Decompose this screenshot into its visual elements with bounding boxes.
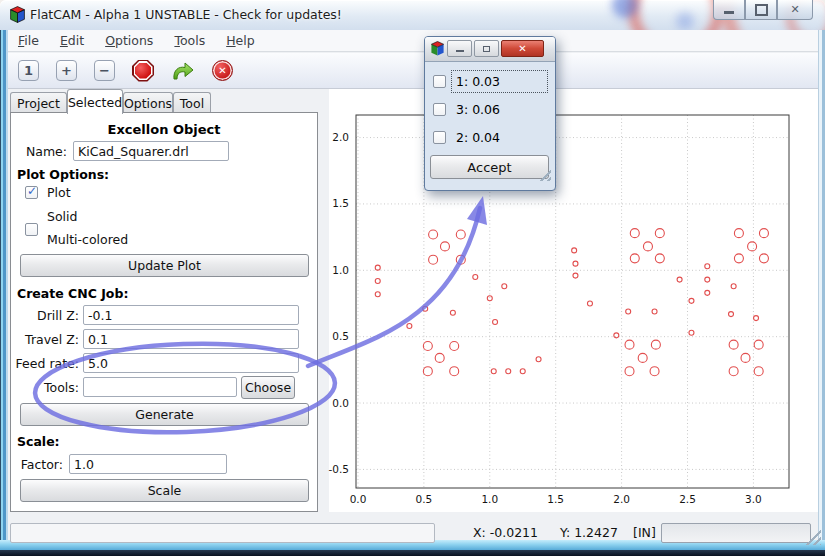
- name-label: Name:: [11, 144, 67, 159]
- window-border-right: [818, 30, 825, 541]
- zoom-fit-icon: 1: [24, 63, 33, 78]
- redo-arrow-icon: [174, 63, 193, 79]
- generate-button[interactable]: Generate: [20, 403, 309, 426]
- name-field[interactable]: [73, 141, 229, 161]
- solid-checkbox-label: Solid: [47, 209, 77, 224]
- dialog-minimize-icon: [456, 50, 464, 52]
- accept-button[interactable]: Accept: [430, 155, 549, 179]
- flatcam-app-icon: [9, 6, 26, 23]
- status-x-coordinate: X: -0.0211: [473, 525, 538, 540]
- menu-help[interactable]: Help: [226, 33, 255, 48]
- tool-select-dialog: ✕ 1: 0.03 3: 0.06 2: 0.04 Accept: [424, 36, 556, 191]
- dialog-close-icon: ✕: [518, 43, 526, 54]
- close-icon: ✕: [790, 3, 799, 16]
- status-y-coordinate: Y: 1.2427: [560, 525, 618, 540]
- factor-label: Factor:: [11, 457, 63, 472]
- zoom-out-icon: −: [99, 63, 110, 78]
- travel-z-label: Travel Z:: [11, 332, 79, 347]
- plot-checkbox[interactable]: [25, 186, 38, 199]
- tool-3-checkbox[interactable]: [433, 103, 446, 116]
- close-button[interactable]: ✕: [777, 0, 813, 20]
- dialog-minimize-button[interactable]: [447, 40, 472, 57]
- dialog-title-bar[interactable]: ✕: [425, 37, 555, 62]
- choose-button[interactable]: Choose: [241, 376, 295, 399]
- tab-project-label: Project: [17, 96, 60, 111]
- tool-3-label: 3: 0.06: [456, 102, 500, 117]
- factor-field[interactable]: [69, 454, 227, 474]
- window-title: FlatCAM - Alpha 1 UNSTABLE - Check for u…: [30, 7, 342, 22]
- update-plot-button[interactable]: Update Plot: [20, 254, 309, 277]
- toolbar: 1 + − ✕: [8, 53, 818, 89]
- progress-bar: [661, 523, 811, 543]
- window-controls: ✕: [713, 0, 813, 20]
- minimize-button[interactable]: [713, 0, 745, 20]
- maximize-button[interactable]: [745, 0, 777, 20]
- drill-z-field[interactable]: [83, 305, 299, 325]
- tools-field[interactable]: [83, 377, 237, 397]
- tool-1-checkbox[interactable]: [433, 75, 446, 88]
- delete-x-icon: ✕: [218, 65, 226, 76]
- title-bar: FlatCAM - Alpha 1 UNSTABLE - Check for u…: [0, 0, 825, 31]
- menu-edit[interactable]: Edit: [60, 33, 84, 48]
- plot-checkbox-label: Plot: [47, 185, 71, 200]
- zoom-out-button[interactable]: −: [94, 60, 115, 81]
- tool-2-checkbox[interactable]: [433, 131, 446, 144]
- wallpaper-blue-blob: [676, 12, 694, 30]
- taskbar-edge: [0, 550, 825, 556]
- status-units: [IN]: [633, 525, 656, 540]
- menu-file[interactable]: File: [18, 33, 39, 48]
- dialog-maximize-button[interactable]: [474, 40, 499, 57]
- tab-project[interactable]: Project: [10, 92, 67, 113]
- tab-tool-label: Tool: [180, 96, 204, 111]
- tools-label: Tools:: [11, 380, 79, 395]
- feed-rate-field[interactable]: [83, 353, 299, 373]
- selected-object-panel: Excellon Object Name: Plot Options: Plot…: [10, 112, 318, 512]
- delete-button[interactable]: ✕: [212, 60, 233, 81]
- zoom-in-button[interactable]: +: [56, 60, 77, 81]
- scale-button[interactable]: Scale: [20, 479, 309, 502]
- dialog-close-button[interactable]: ✕: [501, 40, 544, 57]
- feed-rate-label: Feed rate:: [11, 356, 79, 371]
- maximize-icon: [755, 4, 768, 16]
- menu-options[interactable]: Options: [105, 33, 153, 48]
- dialog-maximize-icon: [483, 46, 490, 52]
- window-border-left: [0, 30, 8, 541]
- multicolored-checkbox-label: Multi-colored: [47, 232, 128, 247]
- menu-tools[interactable]: Tools: [174, 33, 205, 48]
- status-message-area: [10, 523, 435, 543]
- tool-2-label: 2: 0.04: [456, 130, 500, 145]
- plot-options-heading: Plot Options:: [17, 167, 109, 182]
- drill-z-label: Drill Z:: [11, 308, 79, 323]
- minimize-icon: [724, 11, 734, 14]
- solid-checkbox[interactable]: [25, 223, 38, 236]
- zoom-in-icon: +: [61, 63, 72, 78]
- screen: FlatCAM - Alpha 1 UNSTABLE - Check for u…: [0, 0, 825, 556]
- plot-figure[interactable]: [329, 89, 818, 512]
- redo-arrow-button[interactable]: [171, 60, 195, 82]
- tab-selected-label: Selected: [68, 95, 122, 110]
- wallpaper-red-ring: [628, 0, 724, 31]
- panel-heading: Excellon Object: [11, 122, 317, 137]
- tab-options-label: Options: [124, 96, 172, 111]
- replot-button[interactable]: [132, 60, 154, 82]
- zoom-fit-button[interactable]: 1: [18, 60, 39, 81]
- cnc-heading: Create CNC Job:: [17, 286, 128, 301]
- menu-bar: FileEditOptionsToolsHelp: [8, 30, 818, 52]
- travel-z-field[interactable]: [83, 329, 299, 349]
- dialog-flatcam-icon: [430, 41, 445, 56]
- scale-heading: Scale:: [17, 434, 60, 449]
- tab-selected[interactable]: Selected: [67, 89, 123, 114]
- tool-1-label: 1: 0.03: [456, 74, 500, 89]
- tab-options[interactable]: Options: [123, 92, 173, 113]
- tab-tool[interactable]: Tool: [173, 92, 211, 113]
